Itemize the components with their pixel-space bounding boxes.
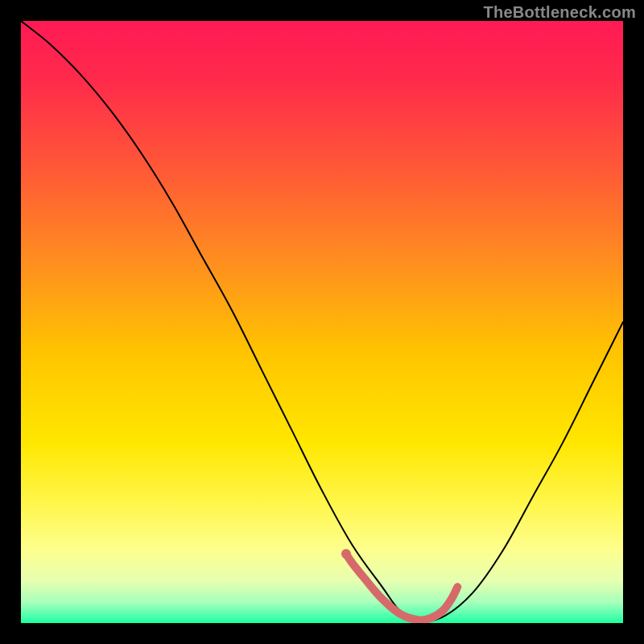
curve-layer [21, 21, 623, 623]
watermark-text: TheBottleneck.com [483, 3, 636, 22]
bottleneck-curve [21, 21, 623, 621]
optimal-band-highlight [346, 554, 457, 621]
plot-area [21, 21, 623, 623]
marker-dot [341, 549, 351, 559]
